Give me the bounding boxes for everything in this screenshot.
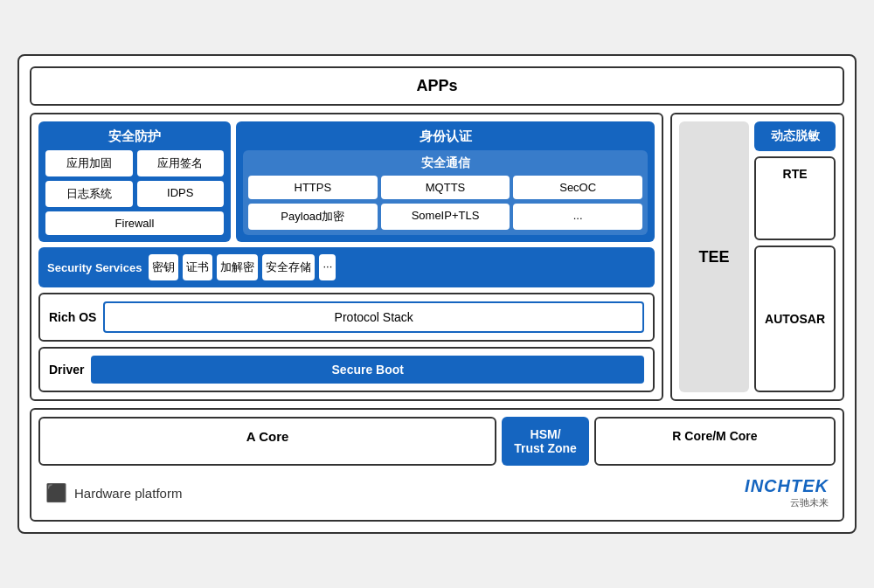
secure-boot-label: Secure Boot <box>332 363 404 377</box>
app-hardening: 应用加固 <box>45 150 133 176</box>
a-core-box: A Core <box>38 417 496 466</box>
richos-row: Rich OS Protocol Stack <box>38 293 655 342</box>
r-core-label: R Core/M Core <box>672 429 757 443</box>
idps: IDPS <box>137 181 225 207</box>
secure-comm-row2: Payload加密 SomeIP+TLS ... <box>248 204 642 230</box>
app-signature: 应用签名 <box>137 150 225 176</box>
log-system: 日志系统 <box>45 181 133 207</box>
security-services-row: Security Services 密钥 证书 加解密 安全存储 ··· <box>38 247 655 287</box>
top-three: 安全防护 应用加固 应用签名 日志系统 IDPS <box>38 121 655 242</box>
top-section: 安全防护 应用加固 应用签名 日志系统 IDPS <box>30 113 844 401</box>
mqtts-box: MQTTS <box>381 176 510 199</box>
autosar-label: AUTOSAR <box>765 312 825 326</box>
security-protection-grid: 应用加固 应用签名 日志系统 IDPS Firewall <box>45 150 224 235</box>
security-services-label: Security Services <box>47 261 142 274</box>
right-block: TEE 动态脱敏 RTE AUTOSAR <box>670 113 844 401</box>
dynamic-desensitization-title: 动态脱敏 <box>754 121 836 151</box>
rte-label: RTE <box>783 167 808 181</box>
https-box: HTTPS <box>248 176 378 199</box>
driver-row: Driver Secure Boot <box>38 347 655 392</box>
cores-row: A Core HSM/Trust Zone R Core/M Core <box>38 417 836 466</box>
security-protection-block: 安全防护 应用加固 应用签名 日志系统 IDPS <box>38 121 231 242</box>
autosar-box: AUTOSAR <box>754 246 836 392</box>
richos-label: Rich OS <box>49 310 96 324</box>
protocol-stack-label: Protocol Stack <box>335 310 413 324</box>
hardware-label: Hardware platform <box>74 486 182 501</box>
left-block: 安全防护 应用加固 应用签名 日志系统 IDPS <box>30 113 663 401</box>
cert-item: 证书 <box>183 254 212 280</box>
secure-comm-title: 安全通信 <box>248 156 642 171</box>
tee-label: TEE <box>699 248 730 266</box>
encrypt-item: 加解密 <box>217 254 258 280</box>
protocol-stack-box: Protocol Stack <box>103 301 644 333</box>
inchtek-logo: INCHTEK 云驰未来 <box>745 476 829 509</box>
security-protection-title: 安全防护 <box>45 128 224 145</box>
chip-icon: ⬛ <box>45 482 67 503</box>
tee-block: TEE <box>679 121 749 392</box>
firewall: Firewall <box>45 211 224 235</box>
secure-boot-box: Secure Boot <box>91 356 644 384</box>
ellipsis-box: ... <box>513 204 642 230</box>
apps-row: APPs <box>30 66 844 106</box>
rte-box: RTE <box>754 156 836 240</box>
bottom-section: A Core HSM/Trust Zone R Core/M Core ⬛ Ha… <box>30 408 844 522</box>
hsm-label: HSM/Trust Zone <box>514 427 577 455</box>
driver-label: Driver <box>49 363 84 377</box>
secure-comm-row1: HTTPS MQTTS SecOC <box>248 176 642 199</box>
inchtek-name: INCHTEK <box>745 476 829 496</box>
identity-auth-title: 身份认证 <box>243 128 648 145</box>
security-services-items: 密钥 证书 加解密 安全存储 ··· <box>149 254 336 280</box>
key-item: 密钥 <box>149 254 178 280</box>
secure-storage-item: 安全存储 <box>262 254 315 280</box>
secure-comm-block: 安全通信 HTTPS MQTTS SecOC Payload加密 SomeIP+… <box>243 150 648 235</box>
more-items: ··· <box>319 254 336 280</box>
apps-label: APPs <box>416 77 457 94</box>
inchtek-sub: 云驰未来 <box>790 496 829 509</box>
r-core-box: R Core/M Core <box>594 417 836 466</box>
hardware-platform: ⬛ Hardware platform <box>45 482 182 503</box>
payload-encrypt: Payload加密 <box>248 204 378 230</box>
main-container: APPs 安全防护 应用加固 应用签名 <box>17 54 857 534</box>
hardware-row: ⬛ Hardware platform INCHTEK 云驰未来 <box>38 473 836 513</box>
dtm-column: 动态脱敏 RTE AUTOSAR <box>754 121 836 392</box>
identity-auth-block: 身份认证 安全通信 HTTPS MQTTS SecOC Payload加密 So… <box>236 121 655 242</box>
hsm-box: HSM/Trust Zone <box>502 417 589 466</box>
a-core-label: A Core <box>246 429 289 444</box>
secoc-box: SecOC <box>513 176 642 199</box>
someip-tls: SomeIP+TLS <box>381 204 510 230</box>
